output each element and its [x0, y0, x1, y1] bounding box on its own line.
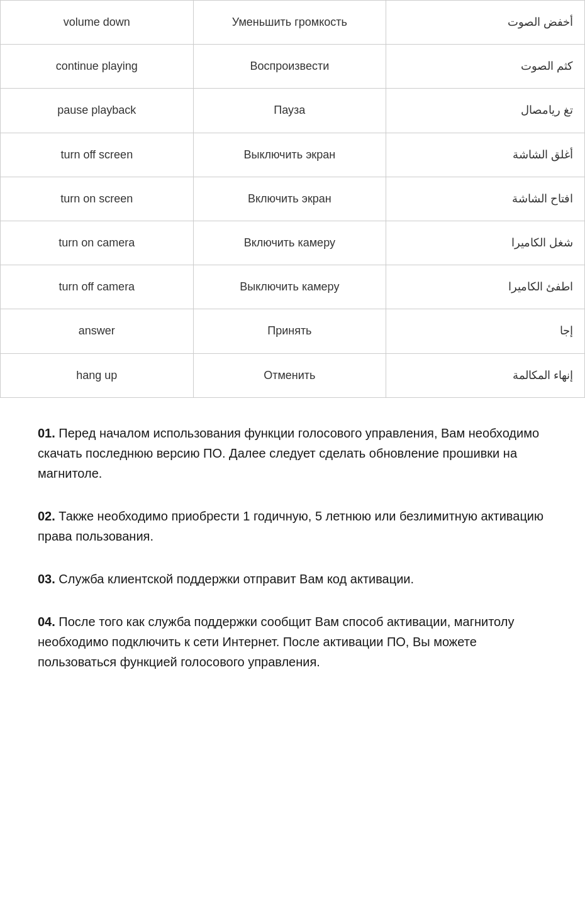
cell-arabic: كثم الصوت	[386, 45, 585, 89]
cell-russian: Отменить	[193, 353, 386, 397]
cell-english: volume down	[1, 1, 194, 45]
cell-russian: Воспроизвести	[193, 45, 386, 89]
table-row: volume downУменьшить громкостьأخفض الصوت	[1, 1, 585, 45]
cell-arabic: تغ ريامصال	[386, 89, 585, 133]
commands-table: volume downУменьшить громкостьأخفض الصوت…	[0, 0, 585, 398]
cell-arabic: اطفئ الكاميرا	[386, 265, 585, 309]
table-row: pause playbackПаузаتغ ريامصال	[1, 89, 585, 133]
note-item: 02. Также необходимо приобрести 1 годичн…	[38, 506, 547, 546]
cell-arabic: أغلق الشاشة	[386, 133, 585, 177]
cell-russian: Принять	[193, 309, 386, 353]
cell-arabic: إنهاء المكالمة	[386, 353, 585, 397]
table-row: continue playingВоспроизвестиكثم الصوت	[1, 45, 585, 89]
table-row: turn on cameraВключить камеруشغل الكامير…	[1, 221, 585, 265]
cell-english: hang up	[1, 353, 194, 397]
cell-arabic: أخفض الصوت	[386, 1, 585, 45]
note-text: 02. Также необходимо приобрести 1 годичн…	[38, 506, 547, 546]
cell-russian: Пауза	[193, 89, 386, 133]
notes-section: 01. Перед началом использования функции …	[0, 398, 585, 720]
table-row: turn off screenВыключить экранأغلق الشاش…	[1, 133, 585, 177]
note-number: 03.	[38, 572, 55, 586]
note-item: 03. Служба клиентской поддержки отправит…	[38, 569, 547, 589]
cell-russian: Включить камеру	[193, 221, 386, 265]
note-text: 01. Перед началом использования функции …	[38, 423, 547, 483]
table-row: turn on screenВключить экранافتاح الشاشة	[1, 177, 585, 221]
cell-english: turn on screen	[1, 177, 194, 221]
note-item: 01. Перед началом использования функции …	[38, 423, 547, 483]
cell-english: continue playing	[1, 45, 194, 89]
cell-russian: Выключить камеру	[193, 265, 386, 309]
cell-arabic: إجا	[386, 309, 585, 353]
cell-english: answer	[1, 309, 194, 353]
cell-english: turn on camera	[1, 221, 194, 265]
table-row: turn off cameraВыключить камеруاطفئ الكا…	[1, 265, 585, 309]
cell-russian: Выключить экран	[193, 133, 386, 177]
note-text: 04. После того как служба поддержки сооб…	[38, 612, 547, 672]
cell-english: turn off screen	[1, 133, 194, 177]
table-row: answerПринятьإجا	[1, 309, 585, 353]
note-number: 04.	[38, 615, 55, 629]
note-number: 01.	[38, 426, 55, 440]
note-text: 03. Служба клиентской поддержки отправит…	[38, 569, 547, 589]
note-item: 04. После того как служба поддержки сооб…	[38, 612, 547, 672]
cell-russian: Уменьшить громкость	[193, 1, 386, 45]
note-number: 02.	[38, 509, 55, 523]
cell-arabic: افتاح الشاشة	[386, 177, 585, 221]
table-row: hang upОтменитьإنهاء المكالمة	[1, 353, 585, 397]
cell-arabic: شغل الكاميرا	[386, 221, 585, 265]
cell-english: pause playback	[1, 89, 194, 133]
cell-russian: Включить экран	[193, 177, 386, 221]
cell-english: turn off camera	[1, 265, 194, 309]
